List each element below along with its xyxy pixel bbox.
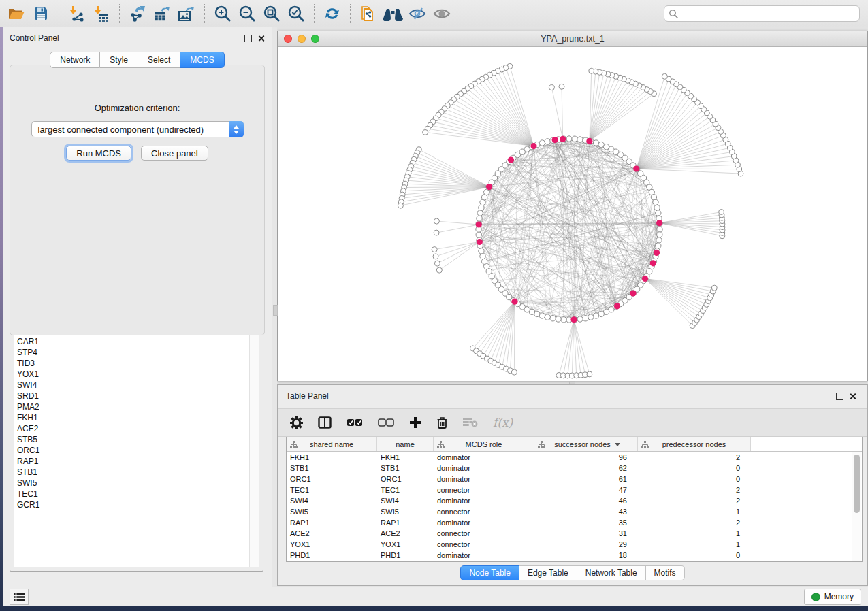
column-header-filler <box>751 437 862 451</box>
close-icon[interactable] <box>257 35 265 42</box>
toolbar-separator <box>119 4 120 23</box>
table-row[interactable]: RAP1RAP1dominator352 <box>287 517 862 528</box>
table-header-row: shared namenameMCDS rolesuccessor nodesp… <box>287 437 862 452</box>
add-icon[interactable] <box>409 416 421 429</box>
close-panel-button[interactable]: Close panel <box>141 146 208 161</box>
erase-table-icon <box>463 418 478 427</box>
tab-node-table[interactable]: Node Table <box>460 565 519 580</box>
table-row[interactable]: YOX1YOX1connector291 <box>287 539 862 550</box>
mcds-result-item[interactable]: STB5 <box>14 434 259 445</box>
tab-edge-table[interactable]: Edge Table <box>519 565 577 580</box>
toolbar-separator <box>314 4 315 23</box>
zoom-out-icon[interactable] <box>235 3 259 24</box>
network-view-window: YPA_prune.txt_1 <box>277 31 868 381</box>
mcds-result-item[interactable]: CAR1 <box>14 336 259 347</box>
mcds-result-item[interactable]: SWI5 <box>14 478 259 489</box>
import-network-icon[interactable] <box>65 3 89 24</box>
selected-criterion: largest connected component (undirected) <box>32 125 229 135</box>
mcds-result-item[interactable]: RAP1 <box>14 456 259 467</box>
dropdown-stepper-icon <box>229 121 244 137</box>
table-panel: Table Panel f(x) shared namenameMCDS <box>277 384 868 586</box>
hide-eye-icon[interactable] <box>405 3 430 24</box>
mcds-result-groupbox: MCDS result (17 nodes) PHD1CAR1STP4TID3Y… <box>10 318 263 572</box>
status-bar: Memory <box>3 587 868 606</box>
table-cell: YOX1 <box>287 540 377 548</box>
network-window-titlebar[interactable]: YPA_prune.txt_1 <box>278 31 867 47</box>
table-cell: dominator <box>434 518 534 527</box>
table-scrollbar[interactable] <box>852 452 861 561</box>
table-row[interactable]: STB1STB1dominator620 <box>287 463 862 474</box>
table-cell: 0 <box>638 475 751 483</box>
zoom-in-icon[interactable] <box>210 3 235 24</box>
column-header-predecessor-nodes[interactable]: predecessor nodes <box>638 437 751 451</box>
column-header-successor-nodes[interactable]: successor nodes <box>534 437 638 451</box>
select-all-icon[interactable] <box>347 418 363 427</box>
optimization-criterion-select[interactable]: largest connected component (undirected) <box>31 121 244 137</box>
mcds-list-scrollbar[interactable] <box>249 325 259 567</box>
memory-button[interactable]: Memory <box>804 589 861 605</box>
table-cell: TEC1 <box>287 486 377 494</box>
splitter-handle[interactable] <box>273 305 278 316</box>
save-icon[interactable] <box>29 3 53 24</box>
mcds-result-item[interactable]: STB1 <box>14 467 259 478</box>
table-row[interactable]: TEC1TEC1connector472 <box>287 484 862 495</box>
table-cell: 2 <box>638 497 751 505</box>
refresh-layout-icon[interactable] <box>320 3 344 24</box>
run-mcds-button[interactable]: Run MCDS <box>66 146 131 161</box>
column-header-MCDS-role[interactable]: MCDS role <box>434 437 534 451</box>
network-canvas[interactable] <box>278 47 867 381</box>
float-window-icon[interactable] <box>836 393 843 400</box>
export-image-icon[interactable] <box>174 3 199 24</box>
list-icon <box>14 593 25 601</box>
export-table-icon[interactable] <box>150 3 174 24</box>
columns-icon[interactable] <box>318 416 332 429</box>
deselect-all-icon[interactable] <box>378 418 394 427</box>
mcds-result-item[interactable]: SRD1 <box>14 391 259 401</box>
close-icon[interactable] <box>849 393 856 400</box>
mcds-result-item[interactable]: ACE2 <box>14 423 259 434</box>
table-cell: dominator <box>434 453 534 461</box>
export-network-icon[interactable] <box>125 3 150 24</box>
mcds-result-item[interactable]: STP4 <box>14 347 259 358</box>
mcds-result-item[interactable]: PMA2 <box>14 401 259 412</box>
mcds-result-item[interactable]: SWI4 <box>14 380 259 391</box>
table-row[interactable]: SWI5SWI5connector431 <box>287 506 862 517</box>
column-header-name[interactable]: name <box>377 437 434 451</box>
search-box[interactable] <box>664 5 860 22</box>
float-window-icon[interactable] <box>244 35 252 42</box>
table-cell: STB1 <box>377 464 434 472</box>
mcds-result-item[interactable]: ORC1 <box>14 445 259 456</box>
mcds-result-item[interactable]: TID3 <box>14 358 259 369</box>
mcds-result-item[interactable]: GCR1 <box>14 499 259 510</box>
column-header-shared-name[interactable]: shared name <box>287 437 377 451</box>
table-scrollbar-thumb[interactable] <box>854 455 860 513</box>
horizontal-splitter-handle[interactable] <box>569 381 575 384</box>
zoom-fit-icon[interactable] <box>259 3 284 24</box>
table-row[interactable]: FKH1FKH1dominator962 <box>287 452 862 463</box>
mcds-result-list: PHD1CAR1STP4TID3YOX1SWI4SRD1PMA2FKH1ACE2… <box>14 325 259 567</box>
table-row[interactable]: ORC1ORC1dominator610 <box>287 474 862 484</box>
network-document-icon[interactable] <box>356 3 381 24</box>
open-folder-icon[interactable] <box>4 3 29 24</box>
mcds-result-item[interactable]: FKH1 <box>14 412 259 423</box>
table-cell: YOX1 <box>377 540 434 548</box>
mcds-result-item[interactable]: TEC1 <box>14 489 259 499</box>
mcds-result-item[interactable]: YOX1 <box>14 369 259 380</box>
table-row[interactable]: ACE2ACE2connector311 <box>287 528 862 539</box>
vertical-splitter[interactable] <box>272 27 277 587</box>
gear-icon[interactable] <box>290 416 303 429</box>
table-row[interactable]: PHD1PHD1dominator180 <box>287 550 862 561</box>
network-graph <box>278 47 867 381</box>
delete-icon[interactable] <box>436 416 448 429</box>
table-cell: 0 <box>638 551 751 559</box>
search-input[interactable] <box>681 8 855 19</box>
binoculars-icon[interactable] <box>381 3 405 24</box>
tab-network-table[interactable]: Network Table <box>577 565 646 580</box>
tab-motifs[interactable]: Motifs <box>646 565 685 580</box>
zoom-selected-icon[interactable] <box>284 3 308 24</box>
table-cell: connector <box>434 540 534 548</box>
table-row[interactable]: SWI4SWI4dominator462 <box>287 495 862 506</box>
task-history-button[interactable] <box>10 589 29 605</box>
show-eye-icon[interactable] <box>430 3 454 24</box>
import-table-icon[interactable] <box>89 3 114 24</box>
